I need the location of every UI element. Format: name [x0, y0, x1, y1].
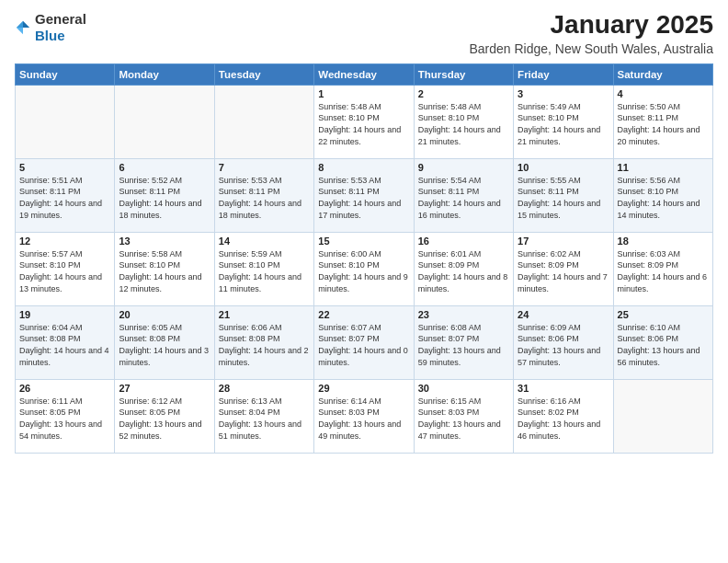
day-info: Sunrise: 6:04 AMSunset: 8:08 PMDaylight:… [19, 322, 110, 368]
weekday-header-row: Sunday Monday Tuesday Wednesday Thursday… [16, 63, 713, 85]
table-cell: 2Sunrise: 5:48 AMSunset: 8:10 PMDaylight… [414, 85, 513, 158]
table-cell: 31Sunrise: 6:16 AMSunset: 8:02 PMDayligh… [514, 379, 613, 453]
day-info: Sunrise: 5:58 AMSunset: 8:10 PMDaylight:… [119, 248, 210, 294]
day-number: 9 [418, 162, 509, 173]
table-cell: 3Sunrise: 5:49 AMSunset: 8:10 PMDaylight… [514, 85, 613, 158]
day-number: 4 [618, 88, 709, 99]
table-cell: 28Sunrise: 6:13 AMSunset: 8:04 PMDayligh… [214, 379, 313, 453]
header-tuesday: Tuesday [214, 63, 313, 85]
day-number: 16 [418, 236, 509, 247]
day-info: Sunrise: 5:50 AMSunset: 8:11 PMDaylight:… [618, 101, 709, 147]
table-cell [613, 379, 712, 453]
day-info: Sunrise: 5:56 AMSunset: 8:10 PMDaylight:… [618, 175, 709, 221]
table-cell: 20Sunrise: 6:05 AMSunset: 8:08 PMDayligh… [115, 305, 214, 379]
title-block: January 2025 Barden Ridge, New South Wal… [469, 11, 713, 56]
day-info: Sunrise: 6:11 AMSunset: 8:05 PMDaylight:… [19, 396, 110, 442]
table-cell: 25Sunrise: 6:10 AMSunset: 8:06 PMDayligh… [613, 305, 712, 379]
header-thursday: Thursday [414, 63, 513, 85]
day-number: 15 [318, 236, 409, 247]
day-number: 13 [119, 236, 210, 247]
logo-general: General [35, 11, 86, 27]
day-info: Sunrise: 6:07 AMSunset: 8:07 PMDaylight:… [318, 322, 409, 368]
header: General Blue January 2025 Barden Ridge, … [15, 11, 713, 56]
table-cell: 17Sunrise: 6:02 AMSunset: 8:09 PMDayligh… [514, 232, 613, 305]
day-number: 12 [19, 236, 110, 247]
week-row-3: 19Sunrise: 6:04 AMSunset: 8:08 PMDayligh… [16, 305, 713, 379]
day-info: Sunrise: 6:15 AMSunset: 8:03 PMDaylight:… [418, 396, 509, 442]
day-number: 31 [518, 383, 609, 394]
table-cell: 30Sunrise: 6:15 AMSunset: 8:03 PMDayligh… [414, 379, 513, 453]
logo-icon [15, 19, 31, 36]
day-info: Sunrise: 6:10 AMSunset: 8:06 PMDaylight:… [618, 322, 709, 368]
table-cell: 4Sunrise: 5:50 AMSunset: 8:11 PMDaylight… [613, 85, 712, 158]
table-cell: 19Sunrise: 6:04 AMSunset: 8:08 PMDayligh… [16, 305, 115, 379]
day-number: 20 [119, 309, 210, 320]
day-number: 11 [618, 162, 709, 173]
table-cell [214, 85, 313, 158]
table-cell: 21Sunrise: 6:06 AMSunset: 8:08 PMDayligh… [214, 305, 313, 379]
day-info: Sunrise: 6:16 AMSunset: 8:02 PMDaylight:… [518, 396, 609, 442]
logo-text: General Blue [35, 11, 86, 44]
day-info: Sunrise: 5:53 AMSunset: 8:11 PMDaylight:… [219, 175, 310, 221]
table-cell: 26Sunrise: 6:11 AMSunset: 8:05 PMDayligh… [16, 379, 115, 453]
header-wednesday: Wednesday [314, 63, 414, 85]
table-cell: 12Sunrise: 5:57 AMSunset: 8:10 PMDayligh… [16, 232, 115, 305]
table-cell: 13Sunrise: 5:58 AMSunset: 8:10 PMDayligh… [115, 232, 214, 305]
table-cell: 24Sunrise: 6:09 AMSunset: 8:06 PMDayligh… [514, 305, 613, 379]
table-cell: 5Sunrise: 5:51 AMSunset: 8:11 PMDaylight… [16, 158, 115, 232]
calendar-table: Sunday Monday Tuesday Wednesday Thursday… [15, 63, 713, 454]
page: General Blue January 2025 Barden Ridge, … [0, 0, 728, 563]
day-number: 7 [219, 162, 310, 173]
day-info: Sunrise: 5:48 AMSunset: 8:10 PMDaylight:… [418, 101, 509, 147]
day-number: 5 [19, 162, 110, 173]
day-number: 17 [518, 236, 609, 247]
day-number: 19 [19, 309, 110, 320]
day-number: 3 [518, 88, 609, 99]
header-saturday: Saturday [613, 63, 712, 85]
table-cell: 10Sunrise: 5:55 AMSunset: 8:11 PMDayligh… [514, 158, 613, 232]
table-cell: 11Sunrise: 5:56 AMSunset: 8:10 PMDayligh… [613, 158, 712, 232]
day-number: 1 [318, 88, 409, 99]
day-info: Sunrise: 5:54 AMSunset: 8:11 PMDaylight:… [418, 175, 509, 221]
month-title: January 2025 [469, 11, 713, 40]
header-monday: Monday [115, 63, 214, 85]
table-cell: 6Sunrise: 5:52 AMSunset: 8:11 PMDaylight… [115, 158, 214, 232]
day-info: Sunrise: 5:49 AMSunset: 8:10 PMDaylight:… [518, 101, 609, 147]
week-row-0: 1Sunrise: 5:48 AMSunset: 8:10 PMDaylight… [16, 85, 713, 158]
logo: General Blue [15, 11, 86, 44]
day-number: 22 [318, 309, 409, 320]
table-cell: 29Sunrise: 6:14 AMSunset: 8:03 PMDayligh… [314, 379, 414, 453]
day-info: Sunrise: 6:01 AMSunset: 8:09 PMDaylight:… [418, 248, 509, 294]
day-info: Sunrise: 6:09 AMSunset: 8:06 PMDaylight:… [518, 322, 609, 368]
day-number: 23 [418, 309, 509, 320]
day-info: Sunrise: 5:55 AMSunset: 8:11 PMDaylight:… [518, 175, 609, 221]
table-cell: 23Sunrise: 6:08 AMSunset: 8:07 PMDayligh… [414, 305, 513, 379]
table-cell: 9Sunrise: 5:54 AMSunset: 8:11 PMDaylight… [414, 158, 513, 232]
table-cell: 18Sunrise: 6:03 AMSunset: 8:09 PMDayligh… [613, 232, 712, 305]
day-info: Sunrise: 5:52 AMSunset: 8:11 PMDaylight:… [119, 175, 210, 221]
table-cell: 1Sunrise: 5:48 AMSunset: 8:10 PMDaylight… [314, 85, 414, 158]
day-info: Sunrise: 6:05 AMSunset: 8:08 PMDaylight:… [119, 322, 210, 368]
day-info: Sunrise: 6:02 AMSunset: 8:09 PMDaylight:… [518, 248, 609, 294]
day-info: Sunrise: 6:12 AMSunset: 8:05 PMDaylight:… [119, 396, 210, 442]
week-row-4: 26Sunrise: 6:11 AMSunset: 8:05 PMDayligh… [16, 379, 713, 453]
table-cell: 22Sunrise: 6:07 AMSunset: 8:07 PMDayligh… [314, 305, 414, 379]
day-number: 29 [318, 383, 409, 394]
table-cell [16, 85, 115, 158]
header-friday: Friday [514, 63, 613, 85]
day-number: 6 [119, 162, 210, 173]
day-info: Sunrise: 5:51 AMSunset: 8:11 PMDaylight:… [19, 175, 110, 221]
day-number: 26 [19, 383, 110, 394]
table-cell: 16Sunrise: 6:01 AMSunset: 8:09 PMDayligh… [414, 232, 513, 305]
table-cell: 14Sunrise: 5:59 AMSunset: 8:10 PMDayligh… [214, 232, 313, 305]
location-title: Barden Ridge, New South Wales, Australia [469, 41, 713, 56]
week-row-2: 12Sunrise: 5:57 AMSunset: 8:10 PMDayligh… [16, 232, 713, 305]
logo-blue: Blue [35, 28, 65, 43]
day-info: Sunrise: 6:08 AMSunset: 8:07 PMDaylight:… [418, 322, 509, 368]
day-info: Sunrise: 5:48 AMSunset: 8:10 PMDaylight:… [318, 101, 409, 147]
day-number: 27 [119, 383, 210, 394]
day-info: Sunrise: 5:59 AMSunset: 8:10 PMDaylight:… [219, 248, 310, 294]
svg-marker-0 [23, 21, 29, 28]
table-cell: 27Sunrise: 6:12 AMSunset: 8:05 PMDayligh… [115, 379, 214, 453]
table-cell: 7Sunrise: 5:53 AMSunset: 8:11 PMDaylight… [214, 158, 313, 232]
